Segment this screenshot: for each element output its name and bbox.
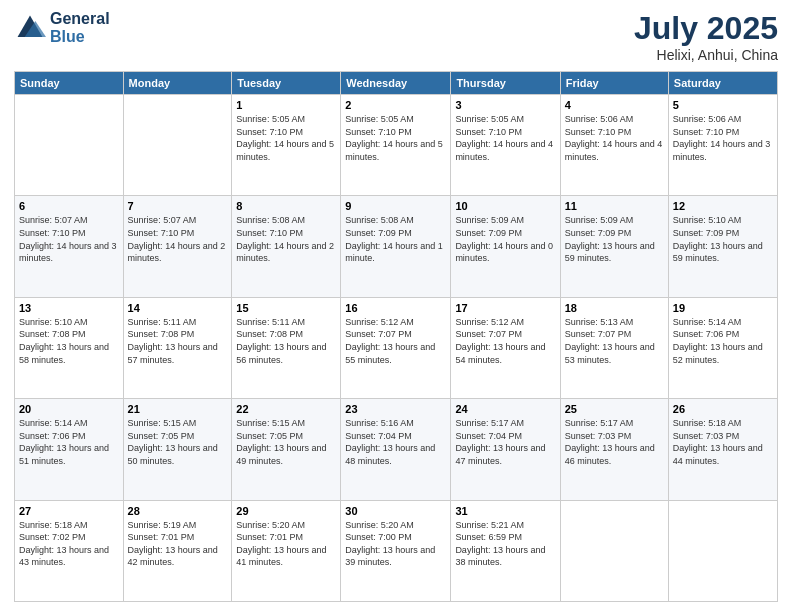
day-number: 6 — [19, 200, 119, 212]
day-number: 3 — [455, 99, 555, 111]
weekday-header-monday: Monday — [123, 72, 232, 95]
calendar-cell: 21Sunrise: 5:15 AM Sunset: 7:05 PM Dayli… — [123, 399, 232, 500]
day-detail: Sunrise: 5:11 AM Sunset: 7:08 PM Dayligh… — [236, 316, 336, 366]
logo-icon — [14, 12, 46, 44]
calendar-cell: 27Sunrise: 5:18 AM Sunset: 7:02 PM Dayli… — [15, 500, 124, 601]
weekday-header-wednesday: Wednesday — [341, 72, 451, 95]
day-detail: Sunrise: 5:20 AM Sunset: 7:00 PM Dayligh… — [345, 519, 446, 569]
day-detail: Sunrise: 5:07 AM Sunset: 7:10 PM Dayligh… — [19, 214, 119, 264]
day-detail: Sunrise: 5:05 AM Sunset: 7:10 PM Dayligh… — [455, 113, 555, 163]
day-detail: Sunrise: 5:15 AM Sunset: 7:05 PM Dayligh… — [128, 417, 228, 467]
day-number: 13 — [19, 302, 119, 314]
day-number: 22 — [236, 403, 336, 415]
calendar-cell — [560, 500, 668, 601]
calendar-cell — [15, 95, 124, 196]
calendar-cell: 16Sunrise: 5:12 AM Sunset: 7:07 PM Dayli… — [341, 297, 451, 398]
day-detail: Sunrise: 5:18 AM Sunset: 7:02 PM Dayligh… — [19, 519, 119, 569]
day-detail: Sunrise: 5:12 AM Sunset: 7:07 PM Dayligh… — [345, 316, 446, 366]
day-detail: Sunrise: 5:14 AM Sunset: 7:06 PM Dayligh… — [19, 417, 119, 467]
title-block: July 2025 Helixi, Anhui, China — [634, 10, 778, 63]
day-number: 12 — [673, 200, 773, 212]
calendar-cell: 31Sunrise: 5:21 AM Sunset: 6:59 PM Dayli… — [451, 500, 560, 601]
weekday-header-tuesday: Tuesday — [232, 72, 341, 95]
weekday-header-thursday: Thursday — [451, 72, 560, 95]
day-detail: Sunrise: 5:08 AM Sunset: 7:10 PM Dayligh… — [236, 214, 336, 264]
calendar-cell: 9Sunrise: 5:08 AM Sunset: 7:09 PM Daylig… — [341, 196, 451, 297]
day-detail: Sunrise: 5:13 AM Sunset: 7:07 PM Dayligh… — [565, 316, 664, 366]
calendar-body: 1Sunrise: 5:05 AM Sunset: 7:10 PM Daylig… — [15, 95, 778, 602]
day-detail: Sunrise: 5:19 AM Sunset: 7:01 PM Dayligh… — [128, 519, 228, 569]
day-number: 18 — [565, 302, 664, 314]
day-number: 9 — [345, 200, 446, 212]
day-number: 10 — [455, 200, 555, 212]
day-detail: Sunrise: 5:07 AM Sunset: 7:10 PM Dayligh… — [128, 214, 228, 264]
day-detail: Sunrise: 5:06 AM Sunset: 7:10 PM Dayligh… — [673, 113, 773, 163]
weekday-header-friday: Friday — [560, 72, 668, 95]
calendar-cell: 29Sunrise: 5:20 AM Sunset: 7:01 PM Dayli… — [232, 500, 341, 601]
weekday-header-row: SundayMondayTuesdayWednesdayThursdayFrid… — [15, 72, 778, 95]
calendar-cell: 11Sunrise: 5:09 AM Sunset: 7:09 PM Dayli… — [560, 196, 668, 297]
calendar-cell: 7Sunrise: 5:07 AM Sunset: 7:10 PM Daylig… — [123, 196, 232, 297]
week-row-5: 27Sunrise: 5:18 AM Sunset: 7:02 PM Dayli… — [15, 500, 778, 601]
calendar-cell: 10Sunrise: 5:09 AM Sunset: 7:09 PM Dayli… — [451, 196, 560, 297]
calendar-cell: 18Sunrise: 5:13 AM Sunset: 7:07 PM Dayli… — [560, 297, 668, 398]
day-detail: Sunrise: 5:12 AM Sunset: 7:07 PM Dayligh… — [455, 316, 555, 366]
day-number: 17 — [455, 302, 555, 314]
calendar-cell: 1Sunrise: 5:05 AM Sunset: 7:10 PM Daylig… — [232, 95, 341, 196]
calendar-cell: 20Sunrise: 5:14 AM Sunset: 7:06 PM Dayli… — [15, 399, 124, 500]
calendar-cell: 13Sunrise: 5:10 AM Sunset: 7:08 PM Dayli… — [15, 297, 124, 398]
day-number: 19 — [673, 302, 773, 314]
day-number: 27 — [19, 505, 119, 517]
calendar-cell: 3Sunrise: 5:05 AM Sunset: 7:10 PM Daylig… — [451, 95, 560, 196]
day-detail: Sunrise: 5:06 AM Sunset: 7:10 PM Dayligh… — [565, 113, 664, 163]
day-number: 26 — [673, 403, 773, 415]
calendar-cell: 17Sunrise: 5:12 AM Sunset: 7:07 PM Dayli… — [451, 297, 560, 398]
day-detail: Sunrise: 5:08 AM Sunset: 7:09 PM Dayligh… — [345, 214, 446, 264]
calendar-cell: 15Sunrise: 5:11 AM Sunset: 7:08 PM Dayli… — [232, 297, 341, 398]
calendar-cell: 14Sunrise: 5:11 AM Sunset: 7:08 PM Dayli… — [123, 297, 232, 398]
page: General Blue July 2025 Helixi, Anhui, Ch… — [0, 0, 792, 612]
day-detail: Sunrise: 5:14 AM Sunset: 7:06 PM Dayligh… — [673, 316, 773, 366]
day-detail: Sunrise: 5:16 AM Sunset: 7:04 PM Dayligh… — [345, 417, 446, 467]
day-number: 31 — [455, 505, 555, 517]
calendar-cell: 5Sunrise: 5:06 AM Sunset: 7:10 PM Daylig… — [668, 95, 777, 196]
weekday-header-saturday: Saturday — [668, 72, 777, 95]
day-detail: Sunrise: 5:17 AM Sunset: 7:04 PM Dayligh… — [455, 417, 555, 467]
day-number: 2 — [345, 99, 446, 111]
day-detail: Sunrise: 5:15 AM Sunset: 7:05 PM Dayligh… — [236, 417, 336, 467]
day-detail: Sunrise: 5:05 AM Sunset: 7:10 PM Dayligh… — [345, 113, 446, 163]
calendar-cell: 23Sunrise: 5:16 AM Sunset: 7:04 PM Dayli… — [341, 399, 451, 500]
calendar-cell: 2Sunrise: 5:05 AM Sunset: 7:10 PM Daylig… — [341, 95, 451, 196]
calendar-cell: 4Sunrise: 5:06 AM Sunset: 7:10 PM Daylig… — [560, 95, 668, 196]
day-number: 8 — [236, 200, 336, 212]
day-number: 23 — [345, 403, 446, 415]
logo-text: General Blue — [50, 10, 110, 45]
calendar-cell: 26Sunrise: 5:18 AM Sunset: 7:03 PM Dayli… — [668, 399, 777, 500]
subtitle: Helixi, Anhui, China — [634, 47, 778, 63]
main-title: July 2025 — [634, 10, 778, 47]
week-row-4: 20Sunrise: 5:14 AM Sunset: 7:06 PM Dayli… — [15, 399, 778, 500]
day-number: 1 — [236, 99, 336, 111]
calendar-cell: 30Sunrise: 5:20 AM Sunset: 7:00 PM Dayli… — [341, 500, 451, 601]
calendar-cell: 22Sunrise: 5:15 AM Sunset: 7:05 PM Dayli… — [232, 399, 341, 500]
day-detail: Sunrise: 5:10 AM Sunset: 7:08 PM Dayligh… — [19, 316, 119, 366]
day-detail: Sunrise: 5:09 AM Sunset: 7:09 PM Dayligh… — [455, 214, 555, 264]
day-number: 28 — [128, 505, 228, 517]
day-number: 7 — [128, 200, 228, 212]
day-number: 30 — [345, 505, 446, 517]
day-detail: Sunrise: 5:18 AM Sunset: 7:03 PM Dayligh… — [673, 417, 773, 467]
day-detail: Sunrise: 5:21 AM Sunset: 6:59 PM Dayligh… — [455, 519, 555, 569]
day-detail: Sunrise: 5:17 AM Sunset: 7:03 PM Dayligh… — [565, 417, 664, 467]
calendar-cell: 8Sunrise: 5:08 AM Sunset: 7:10 PM Daylig… — [232, 196, 341, 297]
calendar-cell: 24Sunrise: 5:17 AM Sunset: 7:04 PM Dayli… — [451, 399, 560, 500]
week-row-2: 6Sunrise: 5:07 AM Sunset: 7:10 PM Daylig… — [15, 196, 778, 297]
day-number: 25 — [565, 403, 664, 415]
day-number: 29 — [236, 505, 336, 517]
day-number: 24 — [455, 403, 555, 415]
logo: General Blue — [14, 10, 110, 45]
weekday-header-sunday: Sunday — [15, 72, 124, 95]
calendar-cell — [123, 95, 232, 196]
day-number: 11 — [565, 200, 664, 212]
day-number: 20 — [19, 403, 119, 415]
day-detail: Sunrise: 5:10 AM Sunset: 7:09 PM Dayligh… — [673, 214, 773, 264]
